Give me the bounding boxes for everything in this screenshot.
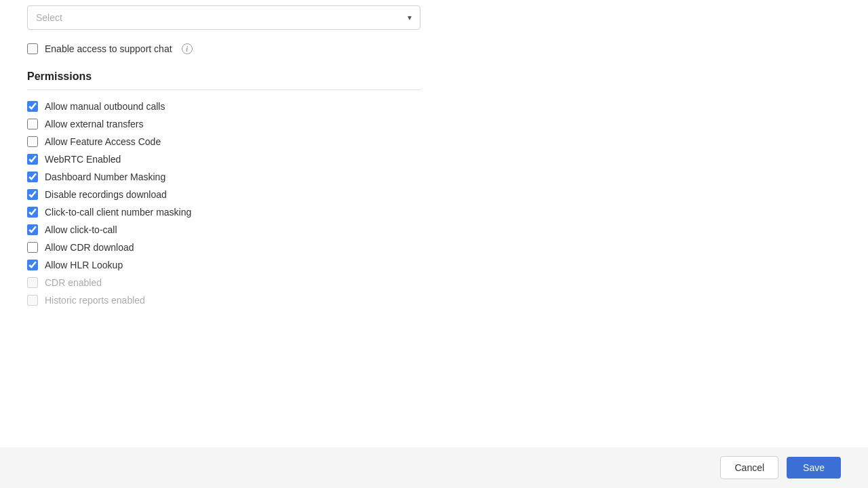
chevron-down-icon: ▾ — [408, 13, 412, 22]
save-button[interactable]: Save — [787, 457, 841, 479]
checkbox-webrtc_enabled[interactable] — [27, 154, 38, 165]
label-historic_reports_enabled: Historic reports enabled — [45, 295, 145, 306]
label-allow_cdr_download: Allow CDR download — [45, 242, 134, 253]
checkbox-historic_reports_enabled — [27, 295, 38, 306]
checkbox-allow_cdr_download[interactable] — [27, 242, 38, 253]
permissions-list: Allow manual outbound callsAllow externa… — [27, 101, 420, 306]
permission-row-webrtc_enabled: WebRTC Enabled — [27, 154, 420, 165]
permission-row-allow_external_transfers: Allow external transfers — [27, 119, 420, 129]
permission-row-allow_click_to_call: Allow click-to-call — [27, 224, 420, 235]
support-chat-checkbox[interactable] — [27, 43, 38, 54]
checkbox-allow_feature_access_code[interactable] — [27, 136, 38, 147]
permission-row-allow_feature_access_code: Allow Feature Access Code — [27, 136, 420, 147]
label-allow_external_transfers: Allow external transfers — [45, 119, 144, 129]
permissions-divider — [27, 89, 420, 90]
permission-row-disable_recordings_download: Disable recordings download — [27, 189, 420, 200]
label-allow_manual_outbound_calls: Allow manual outbound calls — [45, 101, 165, 112]
checkbox-dashboard_number_masking[interactable] — [27, 171, 38, 182]
label-cdr_enabled: CDR enabled — [45, 277, 102, 288]
checkbox-allow_hlr_lookup[interactable] — [27, 260, 38, 270]
permission-row-allow_hlr_lookup: Allow HLR Lookup — [27, 260, 420, 270]
footer: Cancel Save — [0, 447, 868, 488]
permission-row-click_to_call_masking: Click-to-call client number masking — [27, 207, 420, 218]
permission-row-historic_reports_enabled: Historic reports enabled — [27, 295, 420, 306]
cancel-button[interactable]: Cancel — [720, 456, 778, 479]
select-placeholder: Select — [36, 12, 62, 23]
checkbox-allow_external_transfers[interactable] — [27, 119, 38, 129]
permissions-title: Permissions — [27, 70, 420, 83]
select-wrapper: Select ▾ — [27, 5, 420, 30]
checkbox-cdr_enabled — [27, 277, 38, 288]
label-webrtc_enabled: WebRTC Enabled — [45, 154, 121, 165]
permissions-section: Permissions Allow manual outbound callsA… — [27, 70, 420, 306]
support-chat-label: Enable access to support chat — [45, 43, 172, 54]
main-content: Select ▾ Enable access to support chat i… — [0, 0, 868, 488]
info-icon: i — [182, 43, 193, 54]
checkbox-allow_manual_outbound_calls[interactable] — [27, 101, 38, 112]
checkbox-disable_recordings_download[interactable] — [27, 189, 38, 200]
select-dropdown[interactable]: Select ▾ — [27, 5, 420, 30]
label-allow_click_to_call: Allow click-to-call — [45, 224, 117, 235]
label-allow_hlr_lookup: Allow HLR Lookup — [45, 260, 123, 270]
label-click_to_call_masking: Click-to-call client number masking — [45, 207, 191, 218]
form-area: Select ▾ Enable access to support chat i… — [0, 0, 448, 306]
checkbox-click_to_call_masking[interactable] — [27, 207, 38, 218]
label-allow_feature_access_code: Allow Feature Access Code — [45, 136, 161, 147]
support-chat-row: Enable access to support chat i — [27, 43, 420, 54]
permission-row-allow_cdr_download: Allow CDR download — [27, 242, 420, 253]
permission-row-cdr_enabled: CDR enabled — [27, 277, 420, 288]
label-dashboard_number_masking: Dashboard Number Masking — [45, 171, 165, 182]
permission-row-allow_manual_outbound_calls: Allow manual outbound calls — [27, 101, 420, 112]
checkbox-allow_click_to_call[interactable] — [27, 224, 38, 235]
label-disable_recordings_download: Disable recordings download — [45, 189, 167, 200]
permission-row-dashboard_number_masking: Dashboard Number Masking — [27, 171, 420, 182]
